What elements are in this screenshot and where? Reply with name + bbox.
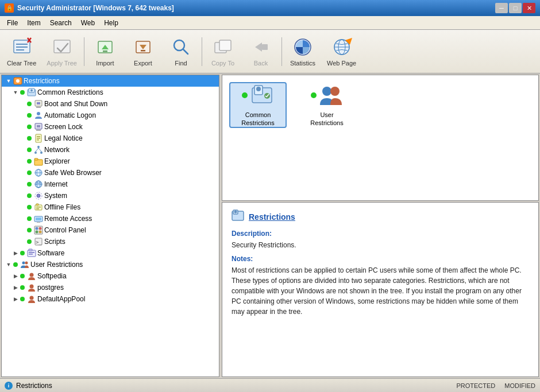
menu-search[interactable]: Search bbox=[45, 18, 76, 28]
svg-rect-62 bbox=[34, 226, 43, 234]
svg-rect-9 bbox=[103, 51, 107, 52]
menu-help[interactable]: Help bbox=[99, 18, 123, 28]
tree-item-safe-web[interactable]: Safe Web Browser bbox=[2, 167, 219, 178]
svg-point-88 bbox=[234, 211, 237, 214]
status-dot-internet bbox=[27, 182, 32, 187]
category-user-restrictions[interactable]: UserRestrictions bbox=[298, 82, 356, 128]
tree-label-screenlock: Screen Lock bbox=[44, 123, 83, 131]
tree-item-scripts[interactable]: >_ Scripts bbox=[2, 236, 219, 247]
svg-point-84 bbox=[322, 87, 331, 96]
svg-rect-46 bbox=[34, 158, 38, 160]
tree-item-legal-notice[interactable]: Legal Notice bbox=[2, 133, 219, 144]
scripts-icon: >_ bbox=[34, 237, 43, 246]
menu-web[interactable]: Web bbox=[76, 18, 99, 28]
tree-label-system: System bbox=[44, 192, 67, 200]
export-button[interactable]: Export bbox=[125, 33, 161, 70]
svg-point-76 bbox=[30, 285, 34, 289]
back-button[interactable]: Back bbox=[242, 33, 279, 70]
category-common-restrictions[interactable]: CommonRestrictions bbox=[229, 82, 287, 128]
tree-arrow-software[interactable] bbox=[12, 250, 19, 257]
tree-item-screen-lock[interactable]: Screen Lock bbox=[2, 121, 219, 133]
tree-item-postgres[interactable]: postgres bbox=[2, 282, 219, 293]
status-dot-remote bbox=[27, 216, 32, 221]
find-label: Find bbox=[175, 60, 187, 67]
find-button[interactable]: Find bbox=[163, 33, 199, 70]
status-dot-network bbox=[27, 148, 32, 152]
tree-arrow-common[interactable] bbox=[12, 89, 19, 96]
tree-arrow-defaultapppool[interactable] bbox=[12, 296, 19, 302]
tree-item-boot-shutdown[interactable]: Boot and Shut Down bbox=[2, 98, 219, 110]
statistics-button[interactable]: Statistics bbox=[284, 33, 321, 70]
copy-icon bbox=[213, 37, 233, 57]
tree-arrow-restrictions[interactable] bbox=[5, 77, 12, 84]
common-restrictions-category-label: CommonRestrictions bbox=[241, 111, 274, 127]
tree-item-control-panel[interactable]: Control Panel bbox=[2, 224, 219, 236]
apply-tree-button[interactable]: Apply Tree bbox=[42, 33, 82, 70]
tree-item-remote-access[interactable]: Remote Access bbox=[2, 213, 219, 224]
tree-label-common: Common Restrictions bbox=[37, 88, 103, 96]
minimize-button[interactable]: ─ bbox=[495, 3, 508, 13]
common-status-dot bbox=[242, 92, 248, 98]
web-page-button[interactable]: Web Page bbox=[322, 33, 361, 70]
tree-arrow-postgres[interactable] bbox=[12, 284, 19, 291]
svg-rect-72 bbox=[29, 254, 33, 255]
tree-item-common-restrictions[interactable]: Common Restrictions bbox=[2, 87, 219, 98]
info-panel: Restrictions Description: Security Restr… bbox=[222, 202, 539, 377]
web-page-icon bbox=[331, 37, 352, 57]
svg-point-64 bbox=[39, 227, 42, 230]
svg-rect-16 bbox=[219, 40, 231, 51]
title-bar: 🔒 Security Administrator [Windows 7, 642… bbox=[0, 0, 540, 16]
system-icon bbox=[34, 191, 43, 200]
tree-item-softpedia[interactable]: Softpedia bbox=[2, 270, 219, 282]
tree-item-user-restrictions[interactable]: User Restrictions bbox=[2, 259, 219, 270]
svg-marker-17 bbox=[255, 42, 262, 52]
statistics-icon bbox=[292, 37, 313, 57]
tree-label-network: Network bbox=[44, 146, 70, 154]
tree-item-defaultapppool[interactable]: DefaultAppPool bbox=[2, 293, 219, 305]
tree-item-internet[interactable]: Internet bbox=[2, 178, 219, 190]
tree-label-autologon: Automatic Logon bbox=[44, 111, 96, 119]
explorer-icon bbox=[34, 157, 43, 166]
clear-tree-icon bbox=[11, 37, 32, 57]
tree-item-restrictions[interactable]: Restrictions bbox=[2, 75, 219, 87]
menu-item[interactable]: Item bbox=[22, 18, 45, 28]
software-icon bbox=[27, 249, 36, 258]
svg-point-41 bbox=[34, 152, 37, 154]
back-label: Back bbox=[254, 60, 268, 67]
import-icon bbox=[95, 37, 115, 57]
tree-item-system[interactable]: System bbox=[2, 190, 219, 201]
tree-item-network[interactable]: Network bbox=[2, 144, 219, 156]
copy-to-label: Copy To bbox=[211, 60, 234, 67]
close-button[interactable]: ✕ bbox=[523, 3, 535, 13]
softpedia-icon bbox=[27, 271, 36, 281]
user-status-dot bbox=[311, 92, 317, 98]
tree-label-user-restrictions: User Restrictions bbox=[30, 261, 83, 269]
screenlock-icon bbox=[34, 122, 43, 131]
svg-rect-39 bbox=[37, 139, 39, 141]
svg-rect-69 bbox=[28, 250, 36, 257]
title-bar-buttons: ─ □ ✕ bbox=[495, 3, 535, 13]
tree-item-explorer[interactable]: Explorer bbox=[2, 156, 219, 167]
maximize-button[interactable]: □ bbox=[509, 3, 522, 13]
tree-item-auto-logon[interactable]: Automatic Logon bbox=[2, 110, 219, 121]
svg-rect-5 bbox=[16, 49, 24, 51]
status-dot-offline bbox=[27, 205, 32, 209]
tree-item-offline-files[interactable]: Offline Files bbox=[2, 201, 219, 213]
svg-line-44 bbox=[38, 148, 41, 152]
svg-rect-71 bbox=[29, 252, 34, 253]
tree-item-software[interactable]: Software bbox=[2, 247, 219, 259]
tree-arrow-users[interactable] bbox=[5, 261, 12, 268]
postgres-icon bbox=[27, 283, 36, 292]
legal-icon bbox=[34, 134, 43, 143]
menu-file[interactable]: File bbox=[2, 18, 22, 28]
tree-label-explorer: Explorer bbox=[44, 157, 70, 165]
copy-to-button[interactable]: Copy To bbox=[205, 33, 241, 70]
tree-label-boot: Boot and Shut Down bbox=[44, 100, 107, 108]
import-button[interactable]: Import bbox=[87, 33, 124, 70]
svg-line-43 bbox=[36, 148, 38, 152]
status-text: Restrictions bbox=[16, 382, 52, 390]
tree-arrow-softpedia[interactable] bbox=[12, 273, 19, 280]
clear-tree-button[interactable]: Clear Tree bbox=[2, 33, 41, 70]
separator-1 bbox=[84, 37, 84, 66]
title-bar-left: 🔒 Security Administrator [Windows 7, 642… bbox=[5, 3, 174, 13]
